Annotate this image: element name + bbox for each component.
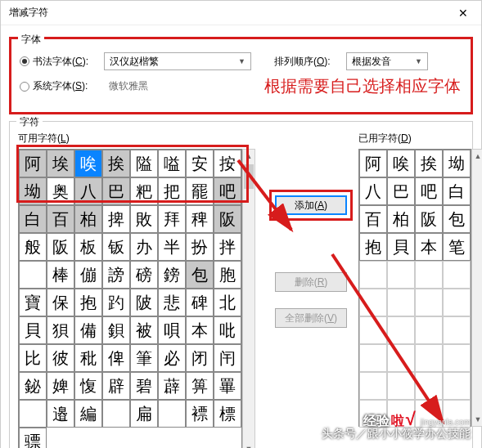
char-cell[interactable]: 巴 [102,177,130,205]
char-cell[interactable]: 貝 [19,316,47,344]
char-cell-empty[interactable] [443,289,471,316]
char-cell-empty[interactable] [443,372,471,400]
char-cell[interactable]: 隘 [130,150,158,177]
char-cell-empty[interactable] [415,344,443,372]
char-cell-empty[interactable] [387,261,415,289]
char-cell[interactable]: 包 [186,261,214,289]
char-cell[interactable]: 寶 [19,289,47,316]
char-cell[interactable]: 愎 [74,372,102,400]
char-cell[interactable]: 柏 [387,205,415,233]
char-cell[interactable] [158,400,186,428]
char-cell[interactable]: 秕 [74,344,102,372]
char-cell[interactable]: 扮 [186,233,214,261]
char-cell[interactable]: 捭 [102,205,130,233]
char-cell[interactable]: 八 [359,177,387,205]
char-cell[interactable]: 唉 [74,150,102,177]
char-cell[interactable]: 阪 [47,233,74,261]
char-cell[interactable]: 粑 [130,177,158,205]
char-cell[interactable]: 碑 [186,289,214,316]
char-cell[interactable]: 骠 [19,428,47,448]
char-cell[interactable]: 八 [74,177,102,205]
char-cell[interactable]: 包 [443,205,471,233]
char-cell[interactable]: 備 [74,316,102,344]
char-cell[interactable]: 唄 [158,316,186,344]
char-cell[interactable]: 被 [130,316,158,344]
char-cell[interactable]: 北 [214,289,241,316]
scroll-up-icon[interactable]: ▲ [472,150,482,163]
char-cell[interactable] [102,400,130,428]
char-cell[interactable]: 钣 [102,233,130,261]
char-cell[interactable]: 柏 [74,205,102,233]
char-cell[interactable]: 阿 [359,150,387,177]
char-cell[interactable]: 棒 [47,261,74,289]
char-cell[interactable] [19,261,47,289]
char-cell[interactable]: 吧 [415,177,443,205]
char-cell[interactable]: 白 [19,205,47,233]
char-cell[interactable]: 阪 [214,205,241,233]
char-cell[interactable]: 本 [186,316,214,344]
char-cell[interactable]: 安 [186,150,214,177]
add-button[interactable]: 添加(A) [275,195,347,215]
remove-all-button[interactable]: 全部删除(V) [275,308,347,328]
char-cell[interactable]: 闬 [214,344,241,372]
char-cell[interactable]: 阿 [19,150,47,177]
char-cell-empty[interactable] [443,316,471,344]
char-cell[interactable]: 抱 [359,233,387,261]
char-cell[interactable]: 半 [158,233,186,261]
char-cell[interactable]: 吡 [214,316,241,344]
char-cell[interactable]: 白 [443,177,471,205]
char-cell[interactable]: 本 [415,233,443,261]
char-cell[interactable]: 邉 [47,400,74,428]
scrollbar-right[interactable]: ▲ ▼ [471,149,482,427]
sort-combo[interactable]: 根据发音 ▼ [346,52,428,70]
char-cell[interactable]: 俾 [102,344,130,372]
char-cell[interactable]: 比 [19,344,47,372]
char-cell[interactable]: 吧 [214,177,241,205]
char-cell[interactable]: 挨 [102,150,130,177]
scroll-down-icon[interactable]: ▼ [243,442,255,448]
char-cell[interactable]: 般 [19,233,47,261]
char-cell[interactable]: 敗 [130,205,158,233]
char-cell[interactable]: 磅 [130,261,158,289]
char-cell[interactable]: 闭 [186,344,214,372]
char-cell[interactable]: 罷 [186,177,214,205]
char-cell[interactable]: 悲 [158,289,186,316]
radio-calligraphy[interactable]: 书法字体(C): [20,55,97,69]
char-cell[interactable]: 唉 [387,150,415,177]
scrollbar[interactable]: ▲ ▼ [242,149,255,448]
char-cell[interactable]: 狽 [47,316,74,344]
char-cell[interactable]: 坳 [443,150,471,177]
char-cell-empty[interactable] [359,261,387,289]
char-cell[interactable] [19,400,47,428]
char-cell-empty[interactable] [443,344,471,372]
char-cell[interactable]: 貝 [387,233,415,261]
char-cell[interactable]: 傰 [74,261,102,289]
char-cell[interactable]: 必 [158,344,186,372]
char-cell[interactable]: 保 [47,289,74,316]
char-cell[interactable]: 碧 [130,372,158,400]
char-cell[interactable]: 罼 [214,372,241,400]
char-cell[interactable]: 扁 [130,400,158,428]
char-cell-empty[interactable] [415,372,443,400]
char-cell[interactable]: 彼 [47,344,74,372]
available-chars-grid[interactable]: 阿埃唉挨隘嗌安按坳奥八巴粑把罷吧白百柏捭敗拜稗阪般阪板钣办半扮拌棒傰謗磅鎊包胞寶… [18,149,242,448]
char-cell-empty[interactable] [359,344,387,372]
char-cell[interactable]: 笔 [443,233,471,261]
used-chars-grid[interactable]: 阿唉挨坳八巴吧白百柏阪包抱貝本笔 [358,149,471,427]
char-cell[interactable]: 鉍 [19,372,47,400]
char-cell[interactable]: 坳 [19,177,47,205]
char-cell[interactable]: 巴 [387,177,415,205]
char-cell[interactable]: 編 [74,400,102,428]
char-cell[interactable]: 拜 [158,205,186,233]
char-cell-empty[interactable] [415,261,443,289]
close-button[interactable]: ✕ [444,1,481,25]
char-cell-empty[interactable] [387,316,415,344]
char-cell[interactable]: 埃 [47,150,74,177]
char-cell[interactable]: 把 [158,177,186,205]
char-cell[interactable]: 陂 [130,289,158,316]
char-cell[interactable]: 挨 [415,150,443,177]
char-cell[interactable]: 百 [47,205,74,233]
char-cell[interactable]: 稗 [186,205,214,233]
char-cell[interactable]: 按 [214,150,241,177]
char-cell-empty[interactable] [359,316,387,344]
